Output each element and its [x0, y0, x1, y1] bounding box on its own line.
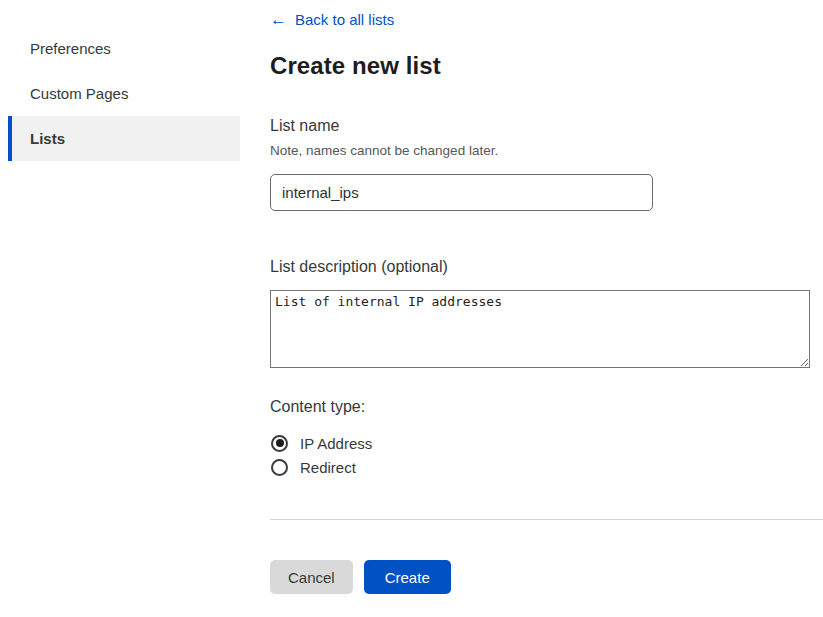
- form-actions: Cancel Create: [270, 560, 451, 594]
- list-name-label: List name: [270, 117, 339, 135]
- back-to-all-lists-link[interactable]: ← Back to all lists: [270, 11, 394, 28]
- sidebar-item-lists[interactable]: Lists: [8, 116, 240, 161]
- sidebar: Preferences Custom Pages Lists: [0, 26, 240, 161]
- lists-settings-page: Preferences Custom Pages Lists ← Back to…: [0, 0, 823, 617]
- form-divider: [270, 519, 823, 520]
- list-name-input[interactable]: [270, 174, 653, 211]
- back-link-label: Back to all lists: [295, 11, 394, 28]
- list-description-label: List description (optional): [270, 258, 448, 276]
- ip-address-radio[interactable]: [271, 435, 288, 452]
- sidebar-item-preferences[interactable]: Preferences: [8, 26, 240, 71]
- create-list-form: ← Back to all lists Create new list List…: [270, 0, 823, 617]
- back-arrow-icon: ←: [270, 11, 287, 28]
- redirect-radio-label[interactable]: Redirect: [300, 459, 356, 476]
- redirect-radio[interactable]: [271, 459, 288, 476]
- list-description-textarea[interactable]: List of internal IP addresses: [270, 290, 810, 368]
- content-type-label: Content type:: [270, 398, 365, 416]
- content-type-radio-group: IP Address Redirect: [271, 431, 372, 479]
- cancel-button[interactable]: Cancel: [270, 560, 353, 594]
- content-type-option-ip-address: IP Address: [271, 431, 372, 455]
- list-name-note: Note, names cannot be changed later.: [270, 143, 498, 158]
- sidebar-item-custom-pages[interactable]: Custom Pages: [8, 71, 240, 116]
- page-title: Create new list: [270, 52, 441, 80]
- content-type-option-redirect: Redirect: [271, 455, 372, 479]
- ip-address-radio-label[interactable]: IP Address: [300, 435, 372, 452]
- create-button[interactable]: Create: [364, 560, 451, 594]
